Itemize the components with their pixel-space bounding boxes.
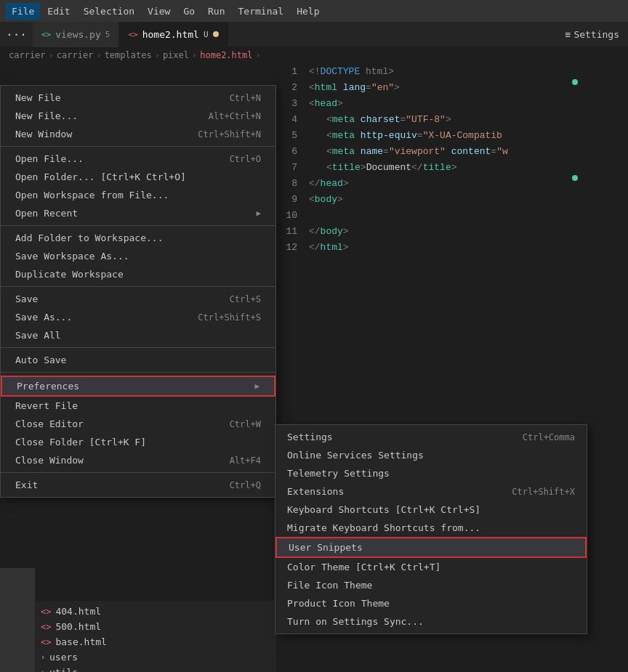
menu-run[interactable]: Run — [202, 3, 230, 20]
activity-bar-bottom — [0, 568, 35, 672]
menu-open-workspace[interactable]: Open Workspace from File... — [1, 186, 275, 204]
menu-go[interactable]: Go — [177, 3, 201, 20]
sidebar-label: 500.html — [55, 621, 101, 632]
sidebar-base-html[interactable]: <> base.html — [35, 634, 276, 649]
prefs-file-icon-theme[interactable]: File Icon Theme — [275, 576, 587, 594]
menu-save-as[interactable]: Save As... Ctrl+Shift+S — [1, 308, 275, 326]
menu-close-window[interactable]: Close Window Alt+F4 — [1, 451, 275, 469]
menu-selection[interactable]: Selection — [78, 3, 140, 20]
menu-new-file-dialog[interactable]: New File... Alt+Ctrl+N — [1, 107, 275, 125]
prefs-product-icon-theme[interactable]: Product Icon Theme — [275, 594, 587, 612]
tab-settings[interactable]: ≡ Settings — [557, 22, 628, 47]
chevron-right-icon: › — [41, 653, 45, 661]
sep-5 — [1, 372, 275, 373]
tab-bar: ··· <> views.py 5 <> home2.html U ≡ Sett… — [0, 22, 628, 47]
menu-file[interactable]: File — [6, 3, 40, 20]
code-line-1: 1 <!DOCTYPE html> — [276, 63, 628, 79]
prefs-telemetry[interactable]: Telemetry Settings — [275, 464, 587, 482]
code-line-5: 5 <meta http-equiv="X-UA-Compatib — [276, 127, 628, 143]
menu-duplicate-workspace[interactable]: Duplicate Workspace — [1, 265, 275, 283]
tab-home2-label: home2.html — [142, 29, 199, 40]
prefs-migrate-shortcuts[interactable]: Migrate Keyboard Shortcuts from... — [275, 519, 587, 537]
tab-settings-label: Settings — [573, 29, 619, 40]
menu-new-window[interactable]: New Window Ctrl+Shift+N — [1, 125, 275, 143]
menu-add-folder[interactable]: Add Folder to Workspace... — [1, 229, 275, 247]
gutter-dot-2 — [572, 175, 578, 181]
menu-exit[interactable]: Exit Ctrl+Q — [1, 476, 275, 494]
sidebar-utils-folder[interactable]: › utils — [35, 665, 276, 672]
breadcrumb: carrier › carrier › templates › pixel › … — [0, 47, 628, 63]
code-line-4: 4 <meta charset="UTF-8"> — [276, 111, 628, 127]
menu-revert-file[interactable]: Revert File — [1, 397, 275, 415]
py-icon: <> — [41, 30, 51, 39]
sep-1 — [1, 146, 275, 147]
html-icon: <> — [128, 30, 137, 39]
sidebar-label: users — [49, 652, 78, 663]
chevron-right-icon: › — [41, 668, 45, 672]
tab-views-badge: 5 — [105, 30, 110, 39]
prefs-extensions[interactable]: Extensions Ctrl+Shift+X — [275, 482, 587, 501]
menu-preferences[interactable]: Preferences ▶ — [1, 376, 275, 397]
code-line-10: 10 — [276, 207, 628, 223]
sidebar-explorer: <> 404.html <> 500.html <> base.html › u… — [35, 601, 276, 672]
tab-home2-html[interactable]: <> home2.html U — [119, 22, 228, 47]
prefs-settings[interactable]: Settings Ctrl+Comma — [275, 428, 587, 446]
bc-2[interactable]: carrier — [57, 50, 94, 60]
sidebar-500-html[interactable]: <> 500.html — [35, 619, 276, 634]
menu-terminal[interactable]: Terminal — [233, 3, 290, 20]
menu-new-file[interactable]: New File Ctrl+N — [1, 89, 275, 107]
sidebar-label: base.html — [55, 636, 106, 647]
prefs-online-services[interactable]: Online Services Settings — [275, 446, 587, 464]
code-line-7: 7 <title>Document</title> — [276, 159, 628, 175]
prefs-keyboard-shortcuts[interactable]: Keyboard Shortcuts [Ctrl+K Ctrl+S] — [275, 501, 587, 519]
menu-help[interactable]: Help — [291, 3, 325, 20]
sep-4 — [1, 347, 275, 348]
tab-more-button[interactable]: ··· — [0, 22, 33, 47]
bc-5[interactable]: home2.html — [200, 50, 252, 60]
menu-open-recent[interactable]: Open Recent ▶ — [1, 204, 275, 222]
prefs-user-snippets[interactable]: User Snippets — [275, 537, 587, 558]
menu-save[interactable]: Save Ctrl+S — [1, 290, 275, 308]
sep-6 — [1, 472, 275, 473]
prefs-color-theme[interactable]: Color Theme [Ctrl+K Ctrl+T] — [275, 558, 587, 576]
file-dropdown: New File Ctrl+N New File... Alt+Ctrl+N N… — [0, 85, 276, 498]
code-line-6: 6 <meta name="viewport" content="w — [276, 143, 628, 159]
tab-views-label: views.py — [55, 29, 101, 40]
editor-area[interactable]: 1 <!DOCTYPE html> 2 <html lang="en"> 3 <… — [276, 63, 628, 255]
main-area: 1 <!DOCTYPE html> 2 <html lang="en"> 3 <… — [0, 63, 628, 672]
menu-auto-save[interactable]: Auto Save — [1, 351, 275, 369]
bc-1[interactable]: carrier — [9, 50, 46, 60]
menu-save-all[interactable]: Save All — [1, 326, 275, 344]
sep-2 — [1, 225, 275, 226]
code-line-12: 12 </html> — [276, 239, 628, 255]
menu-close-editor[interactable]: Close Editor Ctrl+W — [1, 415, 275, 433]
prefs-settings-sync[interactable]: Turn on Settings Sync... — [275, 612, 587, 631]
code-line-11: 11 </body> — [276, 223, 628, 239]
gutter-dot-1 — [572, 79, 578, 85]
tab-u-label: U — [204, 30, 209, 39]
sidebar-users-folder[interactable]: › users — [35, 649, 276, 665]
bc-3[interactable]: templates — [105, 50, 152, 60]
code-line-9: 9 <body> — [276, 191, 628, 207]
menu-save-workspace-as[interactable]: Save Workspace As... — [1, 247, 275, 265]
sidebar-label: 404.html — [55, 606, 101, 617]
settings-icon: ≡ — [565, 29, 571, 40]
menu-edit[interactable]: Edit — [41, 3, 76, 20]
sidebar-404-html[interactable]: <> 404.html — [35, 604, 276, 619]
prefs-submenu: Settings Ctrl+Comma Online Services Sett… — [275, 424, 587, 634]
menu-bar: File Edit Selection View Go Run Terminal… — [0, 0, 628, 22]
html-file-icon: <> — [41, 607, 51, 617]
sep-3 — [1, 286, 275, 287]
menu-open-folder[interactable]: Open Folder... [Ctrl+K Ctrl+O] — [1, 168, 275, 186]
menu-close-folder[interactable]: Close Folder [Ctrl+K F] — [1, 433, 275, 451]
menu-open-file[interactable]: Open File... Ctrl+O — [1, 150, 275, 168]
code-line-3: 3 <head> — [276, 95, 628, 111]
sidebar-label: utils — [49, 667, 78, 672]
html-file-icon: <> — [41, 637, 51, 647]
tab-views-py[interactable]: <> views.py 5 — [33, 22, 120, 47]
bc-4[interactable]: pixel — [163, 50, 189, 60]
html-file-icon: <> — [41, 622, 51, 632]
tab-modified-dot — [213, 31, 219, 37]
menu-view[interactable]: View — [142, 3, 176, 20]
